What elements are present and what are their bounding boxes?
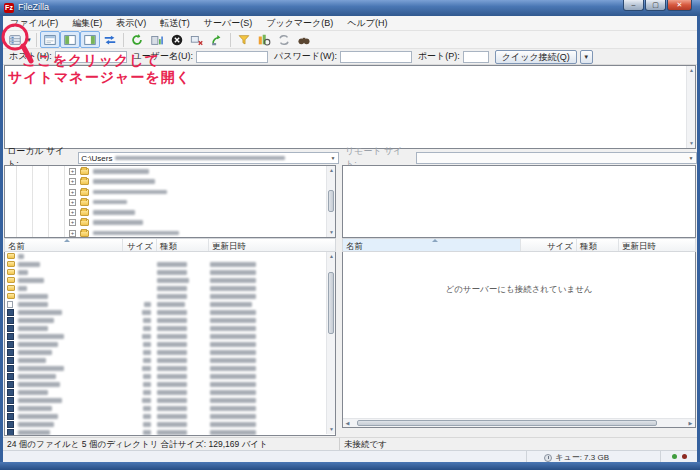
local-list-scrollbar[interactable]: ▲ ▼ [326, 252, 335, 434]
expand-icon[interactable]: + [69, 199, 76, 206]
expand-icon[interactable]: + [69, 189, 76, 196]
remote-file-list[interactable]: どのサーバーにも接続されていません ◀ ▶ [342, 252, 696, 428]
local-path-combobox[interactable]: C:\Users ▼ [78, 152, 339, 164]
tree-row[interactable]: + [5, 176, 335, 186]
expand-icon[interactable]: + [69, 230, 76, 237]
file-row[interactable] [5, 332, 335, 340]
tree-row[interactable]: + [5, 228, 335, 238]
file-row[interactable] [5, 396, 335, 404]
column-header-name[interactable]: 名前 [343, 239, 521, 251]
scroll-down-icon[interactable]: ▼ [327, 228, 336, 237]
process-queue-button[interactable] [147, 31, 167, 48]
message-log-scrollbar[interactable]: ▲ ▼ [686, 66, 695, 148]
menu-item-1[interactable]: 編集(E) [65, 16, 109, 31]
file-row[interactable] [5, 300, 335, 308]
column-header-modified[interactable]: 更新日時 [619, 239, 695, 251]
tree-row[interactable]: + [5, 197, 335, 207]
file-row[interactable] [5, 404, 335, 412]
scroll-up-icon[interactable]: ▲ [327, 166, 336, 175]
toggle-transfer-queue-button[interactable] [100, 31, 120, 48]
reconnect-button[interactable] [207, 31, 227, 48]
remote-directory-tree[interactable] [342, 165, 696, 238]
column-header-name[interactable]: 名前 [5, 239, 123, 251]
file-row[interactable] [5, 428, 335, 436]
scroll-up-icon[interactable]: ▲ [327, 252, 336, 261]
file-row[interactable] [5, 292, 335, 300]
file-row[interactable] [5, 308, 335, 316]
remote-list-hscrollbar[interactable]: ◀ ▶ [343, 418, 695, 427]
expand-icon[interactable]: + [69, 168, 76, 175]
cancel-button[interactable] [167, 31, 187, 48]
toggle-local-tree-button[interactable] [60, 31, 80, 48]
username-input[interactable] [196, 51, 268, 63]
file-row[interactable] [5, 348, 335, 356]
scroll-down-icon[interactable]: ▼ [687, 139, 696, 148]
expand-icon[interactable]: + [69, 178, 76, 185]
menu-item-2[interactable]: 表示(V) [109, 16, 153, 31]
menu-item-0[interactable]: ファイル(F) [3, 16, 65, 31]
file-row[interactable] [5, 356, 335, 364]
file-row[interactable] [5, 276, 335, 284]
toggle-remote-tree-button[interactable] [80, 31, 100, 48]
disconnect-button[interactable] [187, 31, 207, 48]
tree-row[interactable]: + [5, 166, 335, 176]
tree-row[interactable]: + [5, 187, 335, 197]
menu-item-6[interactable]: ヘルプ(H) [340, 16, 394, 31]
column-header-size[interactable]: サイズ [123, 239, 157, 251]
menu-item-3[interactable]: 転送(T) [153, 16, 197, 31]
file-row[interactable] [5, 316, 335, 324]
tree-row[interactable]: + [5, 207, 335, 217]
column-header-type[interactable]: 種類 [577, 239, 619, 251]
column-header-size[interactable]: サイズ [521, 239, 577, 251]
maximize-button[interactable]: ▢ [645, 0, 666, 11]
file-row[interactable] [5, 372, 335, 380]
scrollbar-thumb[interactable] [328, 272, 334, 334]
column-header-type[interactable]: 種類 [157, 239, 209, 251]
title-bar[interactable]: Fz FileZilla – ▢ ✕ [0, 0, 700, 16]
expand-icon[interactable]: + [69, 209, 76, 216]
scroll-down-icon[interactable]: ▼ [327, 425, 336, 434]
tree-row[interactable]: + [5, 217, 335, 227]
menu-item-5[interactable]: ブックマーク(B) [259, 16, 340, 31]
refresh-button[interactable] [127, 31, 147, 48]
combo-dropdown-icon[interactable]: ▼ [328, 153, 338, 163]
scroll-right-icon[interactable]: ▶ [686, 419, 695, 428]
file-row[interactable] [5, 268, 335, 276]
password-input[interactable] [340, 51, 412, 63]
synchronized-browsing-button[interactable] [274, 31, 294, 48]
filter-button[interactable] [234, 31, 254, 48]
file-row[interactable] [5, 252, 335, 260]
scroll-up-icon[interactable]: ▲ [687, 66, 696, 75]
scrollbar-thumb[interactable] [328, 190, 334, 212]
remote-path-combobox[interactable]: ▼ [416, 152, 697, 164]
file-row[interactable] [5, 364, 335, 372]
combo-dropdown-icon[interactable]: ▼ [686, 153, 696, 163]
scroll-left-icon[interactable]: ◀ [343, 419, 352, 428]
site-manager-dropdown-icon[interactable]: ▼ [25, 37, 33, 43]
directory-compare-button[interactable] [254, 31, 274, 48]
redacted-size [143, 430, 151, 435]
minimize-button[interactable]: – [623, 0, 644, 11]
file-row[interactable] [5, 388, 335, 396]
port-input[interactable] [463, 51, 489, 63]
find-files-button[interactable] [294, 31, 314, 48]
expand-icon[interactable]: + [69, 219, 76, 226]
close-button[interactable]: ✕ [667, 0, 692, 11]
file-row[interactable] [5, 380, 335, 388]
tree-scrollbar[interactable]: ▲ ▼ [326, 166, 335, 237]
file-row[interactable] [5, 420, 335, 428]
local-file-list[interactable]: ▲ ▼ [4, 252, 336, 436]
local-directory-tree[interactable]: +++++++ ▲ ▼ [4, 165, 336, 238]
quickconnect-dropdown-icon[interactable]: ▼ [580, 50, 593, 64]
column-header-modified[interactable]: 更新日時 [209, 239, 335, 251]
site-manager-button[interactable] [5, 31, 25, 48]
scrollbar-thumb[interactable] [357, 420, 657, 426]
file-row[interactable] [5, 340, 335, 348]
file-row[interactable] [5, 284, 335, 292]
quickconnect-button[interactable]: クイック接続(Q) [495, 50, 577, 64]
file-row[interactable] [5, 324, 335, 332]
menu-item-4[interactable]: サーバー(S) [197, 16, 259, 31]
toggle-message-log-button[interactable] [40, 31, 60, 48]
file-row[interactable] [5, 412, 335, 420]
file-row[interactable] [5, 260, 335, 268]
